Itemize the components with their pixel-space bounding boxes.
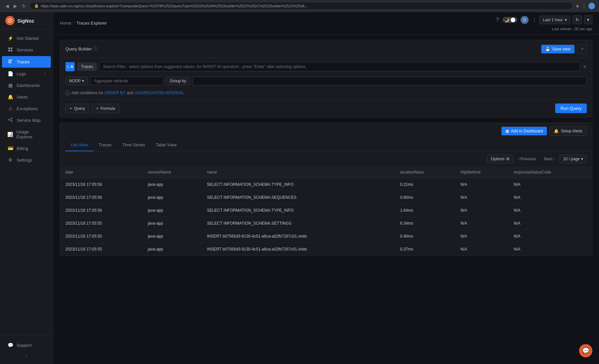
page-size-selector[interactable]: 10 / page ▾ <box>559 155 587 163</box>
clear-filter-button[interactable]: ✕ <box>583 64 587 69</box>
table-row[interactable]: 2023/11/16 17:05:55java-appSELECT INFORM… <box>60 217 592 230</box>
sidebar-collapse-button[interactable]: ‹ <box>0 351 53 360</box>
table-row[interactable]: 2023/11/16 17:05:56java-appSELECT INFORM… <box>60 191 592 204</box>
forward-button[interactable]: ▶ <box>12 3 19 9</box>
options-label: Options <box>491 157 504 161</box>
sidebar-item-usage-explorer[interactable]: 📊 Usage Explorer <box>2 126 51 142</box>
run-query-button[interactable]: Run Query <box>555 104 587 113</box>
sidebar-item-services[interactable]: Services <box>2 44 51 56</box>
theme-toggle-button[interactable]: 🌙 <box>502 17 517 23</box>
add-formula-label: Formula <box>101 106 115 111</box>
tab-traces[interactable]: Traces <box>93 139 117 151</box>
add-to-dashboard-button[interactable]: ▦ Add to Dashboard <box>501 127 547 135</box>
cell-httpMethod: N/A <box>455 230 509 243</box>
aggregate-attribute-input[interactable] <box>90 77 163 85</box>
sidebar-item-billing[interactable]: 💳 Billing <box>2 143 51 154</box>
table-row[interactable]: 2023/11/16 17:05:55java-appINSERT b07565… <box>60 243 592 256</box>
breadcrumb-home[interactable]: Home <box>60 21 71 26</box>
billing-icon: 💳 <box>7 146 13 151</box>
settings-icon: ⚙ <box>7 157 13 163</box>
svg-line-12 <box>10 119 11 119</box>
chat-bubble-button[interactable]: 💬 <box>579 344 592 357</box>
cell-name: SELECT INFORMATION_SCHEMA.SETTINGS <box>202 217 395 230</box>
cell-httpMethod: N/A <box>455 204 509 217</box>
query-card-header: Query Builder ⓘ 💾 Save view ↗ <box>60 40 592 58</box>
cell-responseStatusCode: N/A <box>508 178 592 191</box>
cell-name: SELECT INFORMATION_SCHEMA.TYPE_INFO <box>202 178 395 191</box>
svg-point-1 <box>9 20 11 21</box>
sidebar-item-service-map[interactable]: Service Map <box>2 114 51 126</box>
sidebar-item-settings[interactable]: ⚙ Settings <box>2 154 51 166</box>
breadcrumb-separator: / <box>73 21 75 26</box>
sidebar-item-alerts[interactable]: 🔔 Alerts <box>2 91 51 103</box>
sidebar-item-label: Services <box>17 47 33 52</box>
sidebar-item-logs[interactable]: 📄 Logs › <box>2 68 51 79</box>
tab-time-series[interactable]: Time Series <box>117 139 150 151</box>
table-row[interactable]: 2023/11/16 17:05:56java-appSELECT INFORM… <box>60 178 592 191</box>
svg-line-13 <box>10 120 11 121</box>
back-button[interactable]: ◀ <box>4 3 10 9</box>
table-row[interactable]: 2023/11/16 17:05:55java-appINSERT b07565… <box>60 230 592 243</box>
sidebar-item-support[interactable]: 💬 Support <box>2 339 51 351</box>
previous-button[interactable]: ‹ Previous <box>516 155 539 163</box>
sidebar-item-label: Get Started <box>17 36 39 41</box>
support-label: Support <box>17 343 32 348</box>
sidebar-item-get-started[interactable]: ⚡ Get Started <box>2 33 51 44</box>
add-dashboard-label: Add to Dashboard <box>511 129 543 133</box>
support-icon: 💬 <box>7 342 13 348</box>
order-by-link[interactable]: ORDER BY <box>105 91 126 95</box>
topbar-controls: ? 🌙 D ⋮ Last 1 hour ▾ ↻ ▾ <box>496 15 592 31</box>
time-selector[interactable]: Last 1 hour ▾ <box>539 16 570 24</box>
search-filter-input[interactable] <box>99 62 580 71</box>
group-by-input[interactable] <box>193 77 587 85</box>
pagination-row: Options ⚙ ‹ Previous Next › 10 / page ▾ <box>60 151 592 167</box>
query-builder-title: Query Builder ⓘ <box>65 46 98 52</box>
sidebar-item-exceptions[interactable]: ⚠ Exceptions <box>2 103 51 114</box>
main-content: Home / Traces Explorer ? 🌙 D ⋮ <box>53 12 599 364</box>
user-avatar-button[interactable]: D <box>521 16 529 24</box>
expand-time-button[interactable]: ▾ <box>584 15 592 24</box>
noop-select[interactable]: NOOP ▾ <box>65 77 88 85</box>
sidebar-nav: ⚡ Get Started Services Traces 📄 Logs › <box>0 30 53 335</box>
logo-text: SigNoz <box>17 18 34 24</box>
refresh-browser-button[interactable]: ↻ <box>21 3 27 9</box>
table-row[interactable]: 2023/11/16 17:05:56java-appSELECT INFORM… <box>60 204 592 217</box>
topbar-time-row: ? 🌙 D ⋮ Last 1 hour ▾ ↻ ▾ <box>496 15 592 24</box>
next-button[interactable]: Next › <box>541 155 557 163</box>
add-formula-button[interactable]: + Formula <box>92 104 120 113</box>
save-view-button[interactable]: 💾 Save view <box>541 45 574 53</box>
more-options-button[interactable]: ⋮ <box>532 17 537 23</box>
group-by-label: Group by <box>166 77 190 85</box>
cell-httpMethod: N/A <box>455 217 509 230</box>
save-icon: 💾 <box>545 47 550 51</box>
sidebar-item-traces[interactable]: Traces <box>2 56 51 68</box>
address-bar[interactable]: 🔒 https://aojo-yakn.eu.signoz.cloud/trac… <box>30 2 573 10</box>
options-button[interactable]: Options ⚙ <box>487 155 513 163</box>
aggregation-interval-link[interactable]: AGGREGATION INTERVAL <box>135 91 184 95</box>
refresh-button[interactable]: ↻ <box>572 15 582 24</box>
cell-date: 2023/11/16 17:05:56 <box>60 204 142 217</box>
cell-httpMethod: N/A <box>455 178 509 191</box>
exceptions-icon: ⚠ <box>7 106 13 111</box>
sidebar-item-dashboards[interactable]: ▦ Dashboards <box>2 80 51 91</box>
setup-alerts-icon: 🔔 <box>554 129 559 133</box>
add-formula-icon: + <box>96 106 99 111</box>
add-query-button[interactable]: + Query <box>65 104 89 113</box>
time-selector-label: Last 1 hour <box>543 18 563 22</box>
query-builder-info-icon[interactable]: ⓘ <box>94 46 98 52</box>
share-button[interactable]: ↗ <box>577 44 587 54</box>
browser-actions: ★ ⋮ <box>575 3 595 9</box>
help-button[interactable]: ? <box>496 17 499 23</box>
tab-list-view[interactable]: List View <box>65 139 93 151</box>
table-body: 2023/11/16 17:05:56java-appSELECT INFORM… <box>60 178 592 256</box>
last-refresh-label: Last refresh - 30 sec ago <box>552 27 592 31</box>
setup-alerts-button[interactable]: 🔔 Setup Alerts <box>550 126 587 136</box>
conditions-text: Add conditions for <box>71 91 103 95</box>
cell-durationNano: 6.34ms <box>395 217 455 230</box>
sidebar-item-label: Billing <box>17 146 28 151</box>
cell-date: 2023/11/16 17:05:55 <box>60 217 142 230</box>
usage-explorer-icon: 📊 <box>7 132 13 137</box>
tab-table-view[interactable]: Table View <box>150 139 182 151</box>
query-builder-card: Query Builder ⓘ 💾 Save view ↗ <box>60 40 592 117</box>
sidebar: SigNoz ⚡ Get Started Services Traces 📄 <box>0 12 53 364</box>
